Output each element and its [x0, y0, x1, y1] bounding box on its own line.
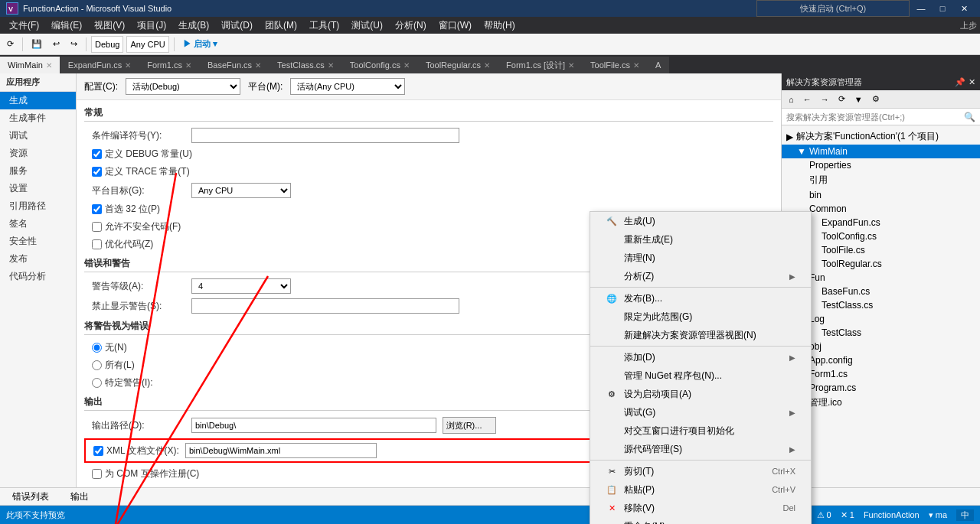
right-panel-close[interactable]: ✕: [969, 77, 975, 87]
search-quick-launch[interactable]: 快速启动 (Ctrl+Q): [756, 0, 910, 17]
ctx-build[interactable]: 🔨 生成(U): [590, 212, 811, 230]
ctx-cut[interactable]: ✂ 剪切(T) Ctrl+X: [590, 462, 811, 480]
menu-test[interactable]: 测试(U): [345, 17, 389, 34]
menu-tools[interactable]: 工具(T): [303, 17, 345, 34]
output-tab[interactable]: 输出: [64, 487, 95, 506]
sidebar-item-build-events[interactable]: 生成事件: [0, 109, 76, 127]
menu-build[interactable]: 生成(B): [172, 17, 215, 34]
define-debug-checkbox[interactable]: [92, 149, 102, 159]
maximize-btn[interactable]: □: [933, 0, 952, 17]
specific-radio[interactable]: [92, 378, 102, 388]
right-panel-search[interactable]: 🔍: [782, 109, 980, 125]
tree-references[interactable]: 引用: [782, 172, 980, 188]
ctx-scope[interactable]: 限定为此范围(G): [590, 308, 811, 326]
solution-explorer-settings[interactable]: ⚙: [868, 91, 884, 108]
all-radio[interactable]: [92, 360, 102, 370]
toolbar-undo[interactable]: ↩: [49, 36, 64, 53]
tab-wimmain[interactable]: WimMain ✕: [0, 57, 60, 73]
menu-help[interactable]: 帮助(H): [478, 17, 521, 34]
browse-btn[interactable]: 浏览(R)...: [443, 417, 496, 434]
ctx-analyze[interactable]: 分析(Z) ▶: [590, 267, 811, 285]
tab-close-toolfile[interactable]: ✕: [633, 61, 639, 70]
menu-window[interactable]: 窗口(W): [433, 17, 478, 34]
ctx-add[interactable]: 添加(D) ▶: [590, 348, 811, 366]
ctx-clean[interactable]: 清理(N): [590, 249, 811, 267]
config-dropdown[interactable]: 活动(Debug): [126, 78, 240, 95]
ctx-debug[interactable]: 调试(G) ▶: [590, 403, 811, 421]
menu-analyze[interactable]: 分析(N): [389, 17, 433, 34]
menu-view[interactable]: 视图(V): [88, 17, 131, 34]
minimize-btn[interactable]: —: [911, 0, 931, 17]
debug-dropdown[interactable]: Debug: [91, 36, 123, 53]
tab-close-expandfun[interactable]: ✕: [125, 61, 131, 70]
ctx-rebuild[interactable]: 重新生成(E): [590, 230, 811, 249]
sidebar-item-ref-paths[interactable]: 引用路径: [0, 197, 76, 215]
menu-project[interactable]: 项目(J): [131, 17, 172, 34]
menu-file[interactable]: 文件(F): [3, 17, 45, 34]
tab-close-testclass[interactable]: ✕: [328, 61, 334, 70]
tab-toolfile[interactable]: ToolFile.cs ✕: [583, 57, 648, 73]
ctx-publish[interactable]: 🌐 发布(B)...: [590, 289, 811, 308]
sidebar-item-settings[interactable]: 设置: [0, 180, 76, 197]
ctx-remove[interactable]: ✕ 移除(V) Del: [590, 499, 811, 517]
prefer32-checkbox[interactable]: [92, 204, 102, 214]
output-path-input[interactable]: [191, 418, 436, 433]
define-trace-checkbox[interactable]: [92, 167, 102, 177]
none-radio[interactable]: [92, 343, 102, 353]
solution-explorer-filter[interactable]: ▼: [851, 91, 867, 108]
tab-close-form1-design[interactable]: ✕: [568, 61, 574, 70]
tab-expandfun[interactable]: ExpandFun.cs ✕: [60, 57, 139, 73]
tab-close-toolconfig[interactable]: ✕: [403, 61, 410, 70]
platform-dropdown[interactable]: Any CPU: [126, 36, 168, 53]
right-panel-pin[interactable]: 📌: [955, 77, 965, 87]
sidebar-item-security[interactable]: 安全性: [0, 233, 76, 250]
sidebar-item-resources[interactable]: 资源: [0, 145, 76, 162]
ctx-paste[interactable]: 📋 粘贴(P) Ctrl+V: [590, 480, 811, 499]
allow-unsafe-checkbox[interactable]: [92, 222, 102, 232]
suppress-input[interactable]: [191, 298, 459, 314]
com-register-checkbox[interactable]: [92, 469, 102, 479]
solution-explorer-sync[interactable]: ⟳: [835, 91, 849, 108]
xml-doc-input[interactable]: [185, 443, 377, 458]
tab-form1-design[interactable]: Form1.cs [设计] ✕: [498, 57, 583, 73]
close-btn[interactable]: ✕: [954, 0, 974, 17]
sidebar-item-services[interactable]: 服务: [0, 162, 76, 180]
sidebar-item-signing[interactable]: 签名: [0, 215, 76, 233]
toolbar-new[interactable]: ⟳: [3, 36, 18, 53]
ctx-source-control[interactable]: 源代码管理(S) ▶: [590, 440, 811, 458]
ctx-rename[interactable]: □ 重命名(M): [590, 517, 811, 524]
sidebar-item-build[interactable]: 生成: [0, 92, 76, 109]
tab-close-basefun[interactable]: ✕: [255, 61, 261, 70]
error-list-tab[interactable]: 错误列表: [6, 487, 55, 506]
platform-dropdown[interactable]: 活动(Any CPU): [290, 78, 405, 95]
ctx-nuget[interactable]: 管理 NuGet 程序包(N)...: [590, 366, 811, 385]
solution-explorer-home[interactable]: ⌂: [785, 91, 798, 108]
toolbar-save-all[interactable]: 💾: [28, 36, 46, 53]
tab-close-wimmain[interactable]: ✕: [46, 61, 52, 70]
sidebar-item-debug[interactable]: 调试: [0, 127, 76, 145]
tab-toolregular[interactable]: ToolRegular.cs ✕: [418, 57, 498, 73]
tab-toolconfig[interactable]: ToolConfig.cs ✕: [342, 57, 418, 73]
tab-form1[interactable]: Form1.cs ✕: [139, 57, 200, 73]
ctx-init-interactive[interactable]: 对交互窗口进行项目初始化: [590, 421, 811, 440]
sidebar-item-publish[interactable]: 发布: [0, 250, 76, 268]
tree-wimmain[interactable]: ▼ WimMain: [782, 145, 980, 158]
toolbar-redo[interactable]: ↪: [67, 36, 81, 53]
ctx-new-view[interactable]: 新建解决方案资源管理器视图(N): [590, 326, 811, 344]
solution-explorer-back[interactable]: ←: [799, 91, 815, 108]
tab-basefun[interactable]: BaseFun.cs ✕: [200, 57, 270, 73]
solution-explorer-forward[interactable]: →: [817, 91, 833, 108]
sidebar-item-code-analysis[interactable]: 代码分析: [0, 268, 76, 285]
menu-team[interactable]: 团队(M): [259, 17, 303, 34]
tab-close-toolregular[interactable]: ✕: [484, 61, 490, 70]
sign-in[interactable]: 上步: [960, 20, 977, 31]
optimize-checkbox[interactable]: [92, 239, 102, 249]
tab-a[interactable]: A: [648, 57, 669, 73]
tab-close-form1[interactable]: ✕: [185, 61, 191, 70]
xml-doc-checkbox[interactable]: [93, 446, 103, 456]
conditional-input[interactable]: [191, 128, 459, 143]
start-btn[interactable]: ▶ 启动 ▾: [179, 36, 221, 53]
tree-properties[interactable]: Properties: [782, 158, 980, 172]
warning-level-dropdown[interactable]: 4: [191, 278, 291, 294]
tree-solution[interactable]: ▶ 解决方案'FunctionAction'(1 个项目): [782, 129, 980, 145]
